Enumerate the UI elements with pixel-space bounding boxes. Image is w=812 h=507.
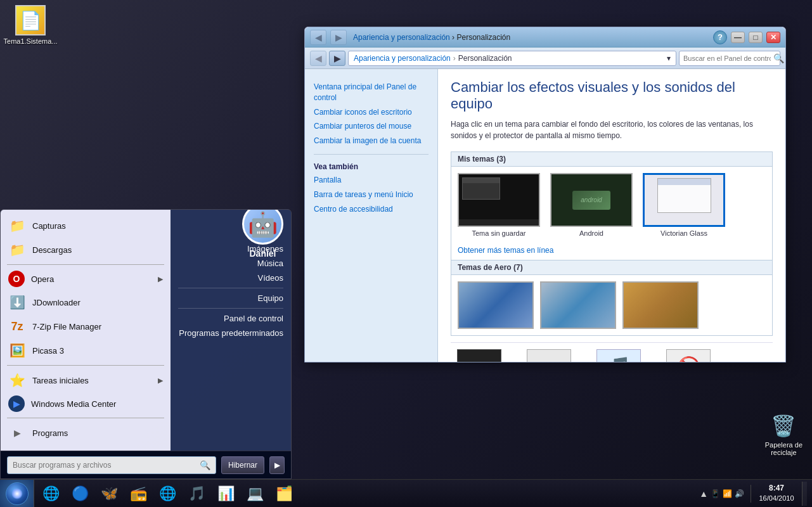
start-item-programs[interactable]: ▶ Programs bbox=[1, 421, 171, 445]
taskbar-app-msn[interactable]: 🦋 bbox=[95, 482, 123, 506]
picasa-label: Picasa 3 bbox=[32, 346, 64, 356]
sidebar-link-punteros[interactable]: Cambiar punteros del mouse bbox=[314, 121, 429, 132]
taskbar-app-media[interactable]: 📻 bbox=[124, 482, 152, 506]
window-back-btn[interactable]: ◀ bbox=[310, 30, 326, 45]
tray-up-arrow-icon[interactable]: ▲ bbox=[699, 489, 708, 499]
theme-sin-guardar-preview bbox=[458, 173, 540, 227]
right-item-videos[interactable]: Vídeos bbox=[178, 271, 283, 285]
sidebar-link-ventana[interactable]: Ventana principal del Panel de control bbox=[314, 82, 429, 103]
start-item-7zip[interactable]: 7z 7-Zip File Manager bbox=[1, 314, 171, 338]
breadcrumb-arrow[interactable]: ▾ bbox=[667, 54, 671, 63]
user-avatar-area: 🤖 Daniel bbox=[242, 209, 283, 259]
sidebar-link-imagen[interactable]: Cambiar la imagen de la cuenta bbox=[314, 136, 429, 146]
close-button[interactable]: ✕ bbox=[766, 32, 780, 43]
window-sidebar: Ventana principal del Panel de control C… bbox=[305, 69, 438, 362]
capturas-icon: 📁 bbox=[8, 217, 26, 234]
taskbar-app-7[interactable]: 💻 bbox=[241, 482, 269, 506]
bc-apariencia-link[interactable]: Apariencia y personalización bbox=[354, 54, 451, 63]
theme-victorian[interactable]: Victorian Glass bbox=[643, 173, 725, 237]
page-description: Haga clic en un tema para cambiar el fon… bbox=[451, 119, 773, 141]
clock-area[interactable]: 8:47 16/04/2010 bbox=[757, 483, 796, 503]
theme-victorian-label: Victorian Glass bbox=[661, 229, 707, 237]
taskbar-app-network[interactable]: 🌐 bbox=[153, 482, 181, 506]
themes-outer-border: Mis temas (3) Tema sin guardar bbox=[451, 151, 773, 336]
theme-sin-guardar[interactable]: Tema sin guardar bbox=[458, 173, 540, 237]
toolbar-back-btn[interactable]: ◀ bbox=[310, 51, 326, 66]
start-orb bbox=[6, 482, 29, 505]
right-item-programas-pred[interactable]: Programas predeterminados bbox=[178, 326, 283, 340]
start-item-capturas[interactable]: 📁 Capturas bbox=[1, 214, 171, 238]
breadcrumb-personalizacion: Personalización bbox=[456, 33, 510, 42]
descargas-icon: 📁 bbox=[8, 241, 26, 259]
taskbar-app-8[interactable]: 🗂️ bbox=[270, 482, 298, 506]
tray-signal-icon: 📶 bbox=[723, 489, 732, 498]
start-menu-bottom: 🔍 Hibernar ▶ bbox=[1, 451, 291, 478]
sidebar-link-barra[interactable]: Barra de tareas y menú Inicio bbox=[314, 189, 429, 200]
start-item-jdownloader[interactable]: ⬇️ JDownloader bbox=[1, 290, 171, 314]
start-menu-left: 📁 Capturas 📁 Descargas O Opera ▶ ⬇️ JDow… bbox=[1, 210, 171, 451]
recycle-bin[interactable]: 🗑️ Papelera de reciclaje bbox=[765, 411, 802, 456]
app7-icon: 💻 bbox=[247, 485, 264, 502]
breadcrumb-apariencia[interactable]: Apariencia y personalización bbox=[353, 33, 450, 42]
recycle-bin-icon: 🗑️ bbox=[768, 411, 799, 441]
color-item[interactable]: Color de ventana Personalizado bbox=[520, 349, 577, 362]
toolbar-forward-btn[interactable]: ▶ bbox=[329, 51, 345, 66]
show-desktop-button[interactable] bbox=[802, 482, 807, 506]
protector-item[interactable]: 🚫 Protector de pantalla Ninguno bbox=[660, 349, 717, 362]
window-forward-btn[interactable]: ▶ bbox=[330, 30, 347, 45]
power-arrow-button[interactable]: ▶ bbox=[269, 456, 285, 474]
taskbar-app-chrome[interactable]: 🔵 bbox=[66, 482, 94, 506]
fondo-item[interactable]: Fondo de escritorio Image bbox=[451, 349, 508, 362]
mis-temas-header: Mis temas (3) bbox=[451, 152, 772, 167]
start-item-wmc[interactable]: ▶ Windows Media Center bbox=[1, 392, 171, 415]
start-item-tareas[interactable]: ⭐ Tareas iniciales ▶ bbox=[1, 368, 171, 392]
minimize-button[interactable]: — bbox=[731, 32, 745, 43]
bottom-bar: Fondo de escritorio Image Color de venta… bbox=[451, 342, 773, 362]
taskbar-app-spotify[interactable]: 🎵 bbox=[183, 482, 210, 506]
tray-volume-icon[interactable]: 🔊 bbox=[735, 489, 744, 498]
search-bar: 🔍 bbox=[679, 51, 780, 66]
user-avatar: 🤖 bbox=[242, 209, 283, 245]
sidebar-link-accesibilidad[interactable]: Centro de accesibilidad bbox=[314, 204, 429, 215]
right-item-equipo[interactable]: Equipo bbox=[178, 291, 283, 305]
bc-sep: › bbox=[453, 54, 456, 63]
start-button[interactable] bbox=[0, 480, 34, 508]
breadcrumb-bar: Apariencia y personalización › Personali… bbox=[348, 51, 676, 66]
theme-android[interactable]: android Android bbox=[550, 173, 633, 237]
chrome-icon: 🔵 bbox=[72, 485, 89, 502]
sonidos-item[interactable]: 🎵 Sonidos Jardín bbox=[590, 349, 647, 362]
network-icon: 🌐 bbox=[159, 485, 176, 502]
sidebar-link-iconos[interactable]: Cambiar iconos del escritorio bbox=[314, 107, 429, 118]
wmc-label: Windows Media Center bbox=[31, 399, 116, 409]
aero-theme-1[interactable] bbox=[458, 281, 534, 329]
maximize-button[interactable]: □ bbox=[749, 32, 763, 43]
taskbar-right: ▲ 📱 📶 🔊 8:47 16/04/2010 bbox=[694, 480, 812, 507]
theme-android-label: Android bbox=[579, 229, 603, 237]
ie-icon: 🌐 bbox=[42, 485, 60, 502]
taskbar-app-ie[interactable]: 🌐 bbox=[37, 482, 65, 506]
start-sep-3 bbox=[7, 418, 164, 418]
system-tray: ▲ 📱 📶 🔊 bbox=[699, 489, 744, 499]
tray-divider bbox=[751, 485, 751, 503]
get-more-themes-link[interactable]: Obtener más temas en línea bbox=[451, 243, 772, 260]
search-magnifier-icon: 🔍 bbox=[773, 53, 784, 63]
taskbar-app-6[interactable]: 📊 bbox=[212, 482, 240, 506]
7zip-label: 7-Zip File Manager bbox=[32, 322, 101, 331]
hibernate-button[interactable]: Hibernar bbox=[221, 456, 264, 474]
spotify-icon: 🎵 bbox=[188, 485, 205, 502]
start-item-descargas[interactable]: 📁 Descargas bbox=[1, 238, 171, 262]
search-input[interactable] bbox=[683, 55, 771, 62]
right-item-panel[interactable]: Panel de control bbox=[178, 311, 283, 326]
start-item-opera[interactable]: O Opera ▶ bbox=[1, 267, 171, 290]
start-item-picasa[interactable]: 🖼️ Picasa 3 bbox=[1, 338, 171, 363]
msn-icon: 🦋 bbox=[101, 485, 118, 502]
aero-theme-3[interactable] bbox=[622, 281, 699, 329]
help-button[interactable]: ? bbox=[713, 30, 727, 44]
window-toolbar: ◀ ▶ Apariencia y personalización › Perso… bbox=[305, 48, 785, 69]
user-name: Daniel bbox=[249, 248, 276, 259]
desktop-icon-tema1[interactable]: 📄 Tema1.Sistema... bbox=[5, 5, 56, 45]
start-search-input[interactable] bbox=[13, 461, 200, 470]
sidebar-link-pantalla[interactable]: Pantalla bbox=[314, 175, 429, 186]
right-separator bbox=[178, 288, 283, 288]
aero-theme-2[interactable] bbox=[540, 281, 616, 329]
